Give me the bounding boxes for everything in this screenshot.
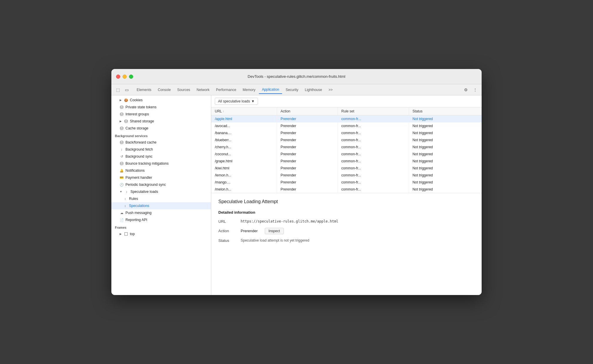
col-header-ruleset[interactable]: Rule set [338,107,409,115]
settings-icon[interactable]: ⚙ [462,86,470,94]
cell-status: Not triggered [409,129,482,136]
chevron-right-icon: ▶ [120,99,122,102]
table-row[interactable]: /grape.html Prerender common-fr... Not t… [211,158,482,165]
svg-point-2 [125,120,128,121]
sidebar-item-back-forward-cache[interactable]: Back/forward cache [111,139,211,146]
sidebar-item-shared-storage[interactable]: ▶ Shared storage [111,118,211,125]
tab-performance[interactable]: Performance [213,86,239,94]
cell-url: /avocad... [211,122,277,129]
tab-memory[interactable]: Memory [240,86,258,94]
traffic-lights [116,75,133,79]
sidebar-item-push-messaging[interactable]: ☁ Push messaging [111,209,211,216]
sidebar-label-notifications: Notifications [125,168,145,173]
sidebar-item-top-frame[interactable]: ▶ top [111,230,211,237]
maximize-button[interactable] [129,75,133,79]
card-icon: 💳 [120,176,124,180]
sidebar-label-speculations: Speculations [129,204,149,208]
detail-url-row: URL https://speculative-rules.glitch.me/… [218,219,475,224]
sidebar-item-reporting-api[interactable]: 📄 Reporting API [111,216,211,223]
cell-status: Not triggered [409,186,482,193]
inspect-button[interactable]: Inspect [265,228,284,234]
table-row[interactable]: /melon.h... Prerender common-fr... Not t… [211,186,482,193]
sidebar-item-notifications[interactable]: 🔔 Notifications [111,167,211,174]
cell-url: /mango.... [211,179,277,186]
cell-action: Prerender [277,165,338,172]
cell-status: Not triggered [409,115,482,122]
sidebar-item-bounce-tracking[interactable]: Bounce tracking mitigations [111,160,211,167]
table-row[interactable]: /coconut... Prerender common-fr... Not t… [211,151,482,158]
tab-elements[interactable]: Elements [134,86,154,94]
cell-action: Prerender [277,186,338,193]
table-row[interactable]: /lemon.h... Prerender common-fr... Not t… [211,172,482,179]
table-row[interactable]: /mango.... Prerender common-fr... Not tr… [211,179,482,186]
sidebar-item-background-sync[interactable]: ↺ Background sync [111,153,211,160]
detail-panel: Speculative Loading Attempt Detailed inf… [211,193,482,295]
sidebar-item-private-state-tokens[interactable]: Private state tokens [111,104,211,111]
cell-status: Not triggered [409,136,482,144]
sidebar-item-payment-handler[interactable]: 💳 Payment handler [111,174,211,181]
sidebar-label-bounce-tracking: Bounce tracking mitigations [125,161,169,166]
table-row[interactable]: /avocad... Prerender common-fr... Not tr… [211,122,482,129]
db-icon-5 [120,140,124,144]
sidebar-item-speculative-loads[interactable]: ▼ ↕ Speculative loads [111,188,211,195]
cell-url: /banana.... [211,129,277,136]
tab-network[interactable]: Network [194,86,212,94]
col-header-url[interactable]: URL ↑ [211,107,277,115]
col-header-action[interactable]: Action [277,107,338,115]
device-icon[interactable]: ▭ [123,86,131,94]
cell-status: Not triggered [409,158,482,165]
close-button[interactable] [116,75,120,79]
clock-icon: 🕐 [120,183,124,187]
cell-url: /lemon.h... [211,172,277,179]
db-icon-2 [120,112,124,116]
svg-rect-6 [125,232,128,235]
filter-dropdown[interactable]: All speculative loads ▼ [215,98,258,105]
tab-lighthouse[interactable]: Lighthouse [302,86,325,94]
chevron-right-icon-2: ▶ [120,120,122,123]
cell-ruleset: common-fr... [338,151,409,158]
sidebar-item-periodic-background-sync[interactable]: 🕐 Periodic background sync [111,181,211,188]
sidebar-item-cookies[interactable]: ▶ 🍪 Cookies [111,97,211,104]
tab-more[interactable]: >> [326,86,336,94]
tab-sources[interactable]: Sources [174,86,193,94]
table-row[interactable]: /blueberr... Prerender common-fr... Not … [211,136,482,144]
cursor-icon[interactable]: ⬚ [114,86,122,94]
tab-console[interactable]: Console [155,86,174,94]
table-row[interactable]: /cherry.h... Prerender common-fr... Not … [211,144,482,151]
cell-url: /cherry.h... [211,144,277,151]
sidebar-item-cache-storage[interactable]: Cache storage [111,125,211,132]
sidebar-label-periodic-background-sync: Periodic background sync [125,183,166,187]
sidebar-label-speculative-loads: Speculative loads [130,190,158,194]
table-row[interactable]: /kiwi.html Prerender common-fr... Not tr… [211,165,482,172]
detail-status-row: Status Speculative load attempt is not y… [218,238,475,243]
filter-label: All speculative loads [218,99,250,103]
cell-ruleset: common-fr... [338,179,409,186]
sidebar-item-interest-groups[interactable]: Interest groups [111,111,211,118]
sidebar-label-background-fetch: Background fetch [125,147,153,151]
tab-application[interactable]: Application [259,86,282,94]
db-icon-6 [120,161,124,166]
background-services-section-label: Background services [111,132,211,139]
sidebar-item-background-fetch[interactable]: ↕ Background fetch [111,146,211,153]
sidebar-label-payment-handler: Payment handler [125,176,152,180]
sidebar-item-speculations[interactable]: ↕ Speculations [111,202,211,209]
sidebar-item-rules[interactable]: ↕ Rules [111,195,211,202]
cloud-icon: ☁ [120,211,124,215]
cell-action: Prerender [277,151,338,158]
col-header-status[interactable]: Status [409,107,482,115]
more-options-icon[interactable]: ⋮ [471,86,479,94]
minimize-button[interactable] [123,75,127,79]
right-panel: All speculative loads ▼ URL ↑ Action Rul… [211,95,482,295]
table-row[interactable]: /apple.html Prerender common-fr... Not t… [211,115,482,122]
sidebar-label-background-sync: Background sync [125,154,153,159]
cell-status: Not triggered [409,144,482,151]
cell-status: Not triggered [409,165,482,172]
tab-security[interactable]: Security [283,86,301,94]
cookie-icon: 🍪 [124,98,128,102]
cell-ruleset: common-fr... [338,115,409,122]
detail-action-value: Prerender [241,229,258,233]
detail-section-title: Detailed information [218,210,475,215]
detail-status-label: Status [218,238,236,243]
cell-action: Prerender [277,122,338,129]
table-row[interactable]: /banana.... Prerender common-fr... Not t… [211,129,482,136]
